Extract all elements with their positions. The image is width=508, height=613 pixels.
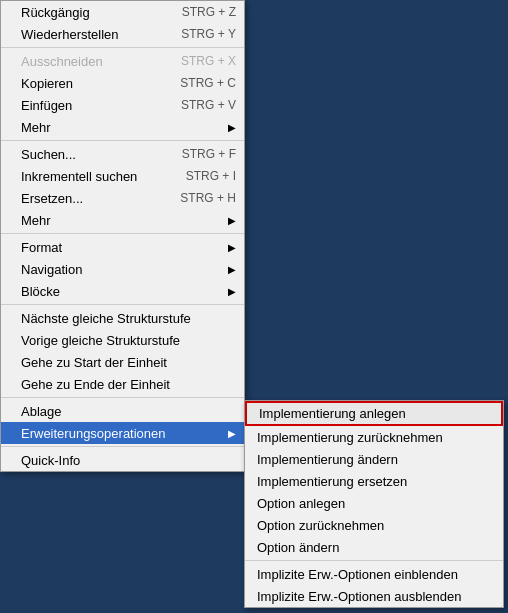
menu-label-gehe-start: Gehe zu Start der Einheit: [21, 355, 236, 370]
submenu-item-implizite-einblenden[interactable]: Implizite Erw.-Optionen einblenden: [245, 563, 503, 585]
submenu-item-implizite-ausblenden[interactable]: Implizite Erw.-Optionen ausblenden: [245, 585, 503, 607]
menu-label-bloecke: Blöcke: [21, 284, 220, 299]
shortcut-einfuegen: STRG + V: [181, 98, 236, 112]
menu-item-vorige[interactable]: Vorige gleiche Strukturstufe: [1, 329, 244, 351]
shortcut-wiederherstellen: STRG + Y: [181, 27, 236, 41]
submenu-label-impl-ersetzen: Implementierung ersetzen: [257, 474, 495, 489]
submenu-separator-1: [245, 560, 503, 561]
shortcut-suchen: STRG + F: [182, 147, 236, 161]
shortcut-ausschneiden: STRG + X: [181, 54, 236, 68]
menu-label-einfuegen: Einfügen: [21, 98, 161, 113]
submenu-label-option-aendern: Option ändern: [257, 540, 495, 555]
menu-item-bloecke[interactable]: Blöcke ▶: [1, 280, 244, 302]
menu-item-inkrementell[interactable]: Inkrementell suchen STRG + I: [1, 165, 244, 187]
submenu-item-impl-anlegen[interactable]: Implementierung anlegen: [245, 401, 503, 426]
menu-item-ausschneiden[interactable]: Ausschneiden STRG + X: [1, 50, 244, 72]
menu-label-gehe-ende: Gehe zu Ende der Einheit: [21, 377, 236, 392]
menu-item-quickinfo[interactable]: Quick-Info: [1, 449, 244, 471]
menu-label-navigation: Navigation: [21, 262, 220, 277]
menu-label-ablage: Ablage: [21, 404, 236, 419]
submenu-item-impl-aendern[interactable]: Implementierung ändern: [245, 448, 503, 470]
menu-label-rueckgaengig: Rückgängig: [21, 5, 162, 20]
separator-1: [1, 47, 244, 48]
shortcut-rueckgaengig: STRG + Z: [182, 5, 236, 19]
menu-item-gehe-ende[interactable]: Gehe zu Ende der Einheit: [1, 373, 244, 395]
submenu-label-impl-anlegen: Implementierung anlegen: [259, 406, 493, 421]
submenu-erweiterungsoperationen: Implementierung anlegen Implementierung …: [244, 400, 504, 608]
menu-item-kopieren[interactable]: Kopieren STRG + C: [1, 72, 244, 94]
menu-item-mehr1[interactable]: Mehr ▶: [1, 116, 244, 138]
menu-label-inkrementell: Inkrementell suchen: [21, 169, 166, 184]
separator-4: [1, 304, 244, 305]
menu-item-suchen[interactable]: Suchen... STRG + F: [1, 143, 244, 165]
separator-3: [1, 233, 244, 234]
menu-item-mehr2[interactable]: Mehr ▶: [1, 209, 244, 231]
menu-label-ausschneiden: Ausschneiden: [21, 54, 161, 69]
submenu-item-impl-ersetzen[interactable]: Implementierung ersetzen: [245, 470, 503, 492]
separator-2: [1, 140, 244, 141]
shortcut-kopieren: STRG + C: [180, 76, 236, 90]
arrow-icon-format: ▶: [228, 242, 236, 253]
menu-item-ersetzen[interactable]: Ersetzen... STRG + H: [1, 187, 244, 209]
arrow-icon-bloecke: ▶: [228, 286, 236, 297]
submenu-label-impl-zuruecknehmen: Implementierung zurücknehmen: [257, 430, 495, 445]
submenu-label-option-zuruecknehmen: Option zurücknehmen: [257, 518, 495, 533]
submenu-label-option-anlegen: Option anlegen: [257, 496, 495, 511]
menu-item-wiederherstellen[interactable]: Wiederherstellen STRG + Y: [1, 23, 244, 45]
menu-item-naechste[interactable]: Nächste gleiche Strukturstufe: [1, 307, 244, 329]
menu-label-mehr2: Mehr: [21, 213, 220, 228]
shortcut-ersetzen: STRG + H: [180, 191, 236, 205]
submenu-label-implizite-einblenden: Implizite Erw.-Optionen einblenden: [257, 567, 495, 582]
menu-item-ablage[interactable]: Ablage: [1, 400, 244, 422]
separator-6: [1, 446, 244, 447]
menu-label-naechste: Nächste gleiche Strukturstufe: [21, 311, 236, 326]
menu-label-vorige: Vorige gleiche Strukturstufe: [21, 333, 236, 348]
menu-item-erweiterungsoperationen[interactable]: Erweiterungsoperationen ▶: [1, 422, 244, 444]
menu-item-rueckgaengig[interactable]: Rückgängig STRG + Z: [1, 1, 244, 23]
submenu-item-impl-zuruecknehmen[interactable]: Implementierung zurücknehmen: [245, 426, 503, 448]
shortcut-inkrementell: STRG + I: [186, 169, 236, 183]
menu-label-quickinfo: Quick-Info: [21, 453, 236, 468]
menu-item-format[interactable]: Format ▶: [1, 236, 244, 258]
submenu-item-option-zuruecknehmen[interactable]: Option zurücknehmen: [245, 514, 503, 536]
menu-item-einfuegen[interactable]: Einfügen STRG + V: [1, 94, 244, 116]
menu-label-format: Format: [21, 240, 220, 255]
submenu-item-option-anlegen[interactable]: Option anlegen: [245, 492, 503, 514]
menu-label-kopieren: Kopieren: [21, 76, 160, 91]
menu-item-gehe-start[interactable]: Gehe zu Start der Einheit: [1, 351, 244, 373]
arrow-icon-mehr1: ▶: [228, 122, 236, 133]
arrow-icon-mehr2: ▶: [228, 215, 236, 226]
arrow-icon-erweiterungsoperationen: ▶: [228, 428, 236, 439]
menu-label-wiederherstellen: Wiederherstellen: [21, 27, 161, 42]
menu-item-navigation[interactable]: Navigation ▶: [1, 258, 244, 280]
submenu-label-implizite-ausblenden: Implizite Erw.-Optionen ausblenden: [257, 589, 495, 604]
submenu-label-impl-aendern: Implementierung ändern: [257, 452, 495, 467]
menu-label-erweiterungsoperationen: Erweiterungsoperationen: [21, 426, 220, 441]
separator-5: [1, 397, 244, 398]
menu-label-mehr1: Mehr: [21, 120, 220, 135]
menu-label-suchen: Suchen...: [21, 147, 162, 162]
menu-label-ersetzen: Ersetzen...: [21, 191, 160, 206]
arrow-icon-navigation: ▶: [228, 264, 236, 275]
context-menu: Rückgängig STRG + Z Wiederherstellen STR…: [0, 0, 245, 472]
submenu-item-option-aendern[interactable]: Option ändern: [245, 536, 503, 558]
